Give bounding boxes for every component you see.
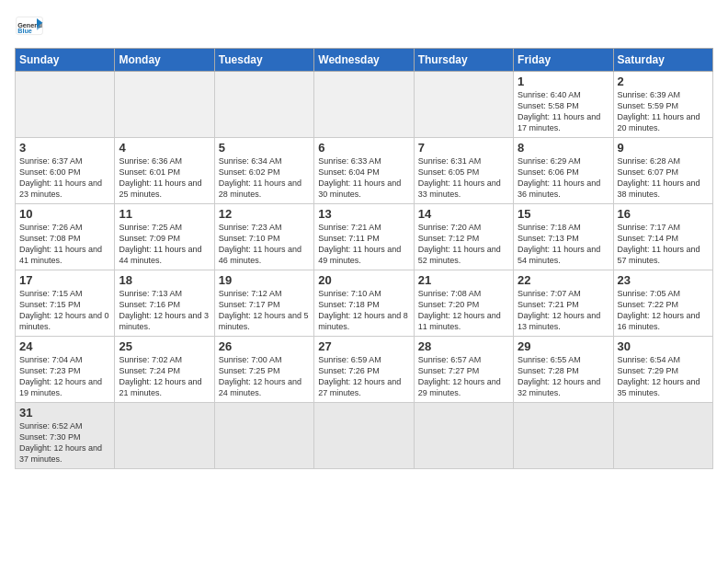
day-info: Sunrise: 6:39 AM Sunset: 5:59 PM Dayligh… — [618, 89, 709, 134]
calendar-week-row: 3Sunrise: 6:37 AM Sunset: 6:00 PM Daylig… — [16, 138, 713, 204]
calendar-week-row: 31Sunrise: 6:52 AM Sunset: 7:30 PM Dayli… — [16, 403, 713, 469]
calendar-week-row: 1Sunrise: 6:40 AM Sunset: 5:58 PM Daylig… — [16, 72, 713, 138]
day-number: 26 — [219, 339, 310, 353]
calendar-day-header: Saturday — [613, 49, 712, 72]
day-info: Sunrise: 7:23 AM Sunset: 7:10 PM Dayligh… — [219, 222, 310, 267]
day-number: 18 — [119, 273, 210, 287]
calendar-day-cell — [414, 403, 513, 469]
day-info: Sunrise: 6:34 AM Sunset: 6:02 PM Dayligh… — [219, 155, 310, 201]
calendar-day-cell: 9Sunrise: 6:28 AM Sunset: 6:07 PM Daylig… — [613, 138, 712, 204]
calendar-day-cell: 23Sunrise: 7:05 AM Sunset: 7:22 PM Dayli… — [613, 270, 712, 337]
day-info: Sunrise: 6:54 AM Sunset: 7:29 PM Dayligh… — [618, 354, 709, 399]
calendar-day-cell: 27Sunrise: 6:59 AM Sunset: 7:26 PM Dayli… — [314, 337, 414, 403]
calendar-table: SundayMondayTuesdayWednesdayThursdayFrid… — [15, 48, 713, 469]
day-number: 13 — [318, 207, 409, 221]
calendar-day-cell: 25Sunrise: 7:02 AM Sunset: 7:24 PM Dayli… — [115, 337, 214, 403]
calendar-day-cell — [613, 403, 712, 469]
calendar-day-cell: 17Sunrise: 7:15 AM Sunset: 7:15 PM Dayli… — [16, 270, 115, 337]
calendar-day-cell: 24Sunrise: 7:04 AM Sunset: 7:23 PM Dayli… — [16, 337, 115, 403]
logo-icon: General Blue — [15, 11, 44, 40]
day-info: Sunrise: 7:02 AM Sunset: 7:24 PM Dayligh… — [119, 354, 210, 399]
calendar-day-cell: 2Sunrise: 6:39 AM Sunset: 5:59 PM Daylig… — [613, 72, 712, 138]
calendar-header-row: SundayMondayTuesdayWednesdayThursdayFrid… — [16, 49, 713, 72]
day-number: 8 — [518, 141, 609, 155]
calendar-day-cell: 15Sunrise: 7:18 AM Sunset: 7:13 PM Dayli… — [514, 204, 613, 270]
calendar-day-cell — [115, 72, 214, 138]
day-number: 12 — [219, 207, 310, 221]
day-info: Sunrise: 6:52 AM Sunset: 7:30 PM Dayligh… — [19, 420, 110, 465]
day-number: 3 — [19, 141, 110, 155]
day-info: Sunrise: 7:13 AM Sunset: 7:16 PM Dayligh… — [119, 288, 210, 333]
calendar-day-cell: 21Sunrise: 7:08 AM Sunset: 7:20 PM Dayli… — [414, 270, 513, 337]
day-info: Sunrise: 7:17 AM Sunset: 7:14 PM Dayligh… — [618, 222, 709, 267]
calendar-day-cell: 6Sunrise: 6:33 AM Sunset: 6:04 PM Daylig… — [314, 138, 414, 204]
day-number: 19 — [219, 273, 310, 287]
day-info: Sunrise: 6:36 AM Sunset: 6:01 PM Dayligh… — [119, 155, 210, 201]
day-number: 2 — [618, 75, 709, 88]
calendar-week-row: 24Sunrise: 7:04 AM Sunset: 7:23 PM Dayli… — [16, 337, 713, 403]
calendar-day-cell: 11Sunrise: 7:25 AM Sunset: 7:09 PM Dayli… — [115, 204, 214, 270]
day-info: Sunrise: 6:33 AM Sunset: 6:04 PM Dayligh… — [318, 155, 409, 201]
calendar-day-header: Thursday — [414, 49, 513, 72]
day-info: Sunrise: 7:15 AM Sunset: 7:15 PM Dayligh… — [19, 288, 110, 333]
calendar-day-cell: 10Sunrise: 7:26 AM Sunset: 7:08 PM Dayli… — [16, 204, 115, 270]
day-info: Sunrise: 7:25 AM Sunset: 7:09 PM Dayligh… — [119, 222, 210, 267]
day-info: Sunrise: 7:05 AM Sunset: 7:22 PM Dayligh… — [618, 288, 709, 333]
day-info: Sunrise: 6:59 AM Sunset: 7:26 PM Dayligh… — [318, 354, 409, 399]
calendar-day-cell — [214, 72, 313, 138]
day-info: Sunrise: 6:55 AM Sunset: 7:28 PM Dayligh… — [518, 354, 609, 399]
day-info: Sunrise: 6:57 AM Sunset: 7:27 PM Dayligh… — [418, 354, 509, 399]
calendar-day-header: Sunday — [16, 49, 115, 72]
day-number: 15 — [518, 207, 609, 221]
calendar-day-cell: 19Sunrise: 7:12 AM Sunset: 7:17 PM Dayli… — [214, 270, 313, 337]
calendar-day-cell: 31Sunrise: 6:52 AM Sunset: 7:30 PM Dayli… — [16, 403, 115, 469]
calendar-day-cell — [16, 72, 115, 138]
day-number: 25 — [119, 339, 210, 353]
calendar-day-cell: 16Sunrise: 7:17 AM Sunset: 7:14 PM Dayli… — [613, 204, 712, 270]
day-info: Sunrise: 6:31 AM Sunset: 6:05 PM Dayligh… — [418, 155, 509, 201]
calendar-day-cell: 30Sunrise: 6:54 AM Sunset: 7:29 PM Dayli… — [613, 337, 712, 403]
calendar-day-cell — [514, 403, 613, 469]
calendar-week-row: 17Sunrise: 7:15 AM Sunset: 7:15 PM Dayli… — [16, 270, 713, 337]
day-number: 1 — [518, 75, 609, 88]
logo: General Blue — [15, 11, 48, 40]
day-number: 14 — [418, 207, 509, 221]
day-number: 4 — [119, 141, 210, 155]
calendar-day-cell — [314, 403, 414, 469]
calendar-day-cell — [414, 72, 513, 138]
calendar-day-cell: 5Sunrise: 6:34 AM Sunset: 6:02 PM Daylig… — [214, 138, 313, 204]
page: General Blue SundayMondayTuesdayWednesda… — [0, 0, 728, 477]
day-number: 5 — [219, 141, 310, 155]
day-number: 6 — [318, 141, 409, 155]
day-number: 31 — [19, 406, 110, 419]
day-info: Sunrise: 7:10 AM Sunset: 7:18 PM Dayligh… — [318, 288, 409, 333]
calendar-day-cell: 13Sunrise: 7:21 AM Sunset: 7:11 PM Dayli… — [314, 204, 414, 270]
day-info: Sunrise: 7:00 AM Sunset: 7:25 PM Dayligh… — [219, 354, 310, 399]
day-info: Sunrise: 7:12 AM Sunset: 7:17 PM Dayligh… — [219, 288, 310, 333]
day-info: Sunrise: 6:37 AM Sunset: 6:00 PM Dayligh… — [19, 155, 110, 201]
day-info: Sunrise: 7:18 AM Sunset: 7:13 PM Dayligh… — [518, 222, 609, 267]
calendar-day-header: Tuesday — [214, 49, 313, 72]
calendar-day-cell: 3Sunrise: 6:37 AM Sunset: 6:00 PM Daylig… — [16, 138, 115, 204]
calendar-day-cell: 28Sunrise: 6:57 AM Sunset: 7:27 PM Dayli… — [414, 337, 513, 403]
calendar-day-cell — [115, 403, 214, 469]
day-number: 9 — [618, 141, 709, 155]
day-number: 11 — [119, 207, 210, 221]
calendar-day-cell — [214, 403, 313, 469]
day-info: Sunrise: 6:29 AM Sunset: 6:06 PM Dayligh… — [518, 155, 609, 201]
day-info: Sunrise: 7:07 AM Sunset: 7:21 PM Dayligh… — [518, 288, 609, 333]
calendar-day-cell: 22Sunrise: 7:07 AM Sunset: 7:21 PM Dayli… — [514, 270, 613, 337]
day-info: Sunrise: 7:08 AM Sunset: 7:20 PM Dayligh… — [418, 288, 509, 333]
calendar-day-cell: 14Sunrise: 7:20 AM Sunset: 7:12 PM Dayli… — [414, 204, 513, 270]
calendar-day-cell: 8Sunrise: 6:29 AM Sunset: 6:06 PM Daylig… — [514, 138, 613, 204]
calendar-week-row: 10Sunrise: 7:26 AM Sunset: 7:08 PM Dayli… — [16, 204, 713, 270]
day-number: 30 — [618, 339, 709, 353]
calendar-day-cell: 4Sunrise: 6:36 AM Sunset: 6:01 PM Daylig… — [115, 138, 214, 204]
day-number: 10 — [19, 207, 110, 221]
day-info: Sunrise: 7:21 AM Sunset: 7:11 PM Dayligh… — [318, 222, 409, 267]
calendar-day-header: Friday — [514, 49, 613, 72]
calendar-day-cell: 7Sunrise: 6:31 AM Sunset: 6:05 PM Daylig… — [414, 138, 513, 204]
day-info: Sunrise: 7:20 AM Sunset: 7:12 PM Dayligh… — [418, 222, 509, 267]
day-number: 23 — [618, 273, 709, 287]
day-info: Sunrise: 7:26 AM Sunset: 7:08 PM Dayligh… — [19, 222, 110, 267]
